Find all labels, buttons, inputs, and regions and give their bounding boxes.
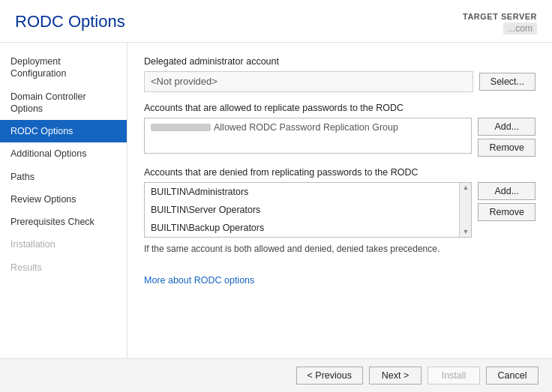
sidebar-item-review[interactable]: Review Options xyxy=(0,188,127,211)
denied-list-box: BUILTIN\Administrators BUILTIN\Server Op… xyxy=(144,182,472,238)
denied-remove-button[interactable]: Remove xyxy=(478,203,536,221)
allowed-list-wrap: Allowed RODC Password Replication Group xyxy=(144,118,472,154)
delegated-label: Delegated administrator account xyxy=(144,56,536,67)
sidebar-item-prereq[interactable]: Prerequisites Check xyxy=(0,211,127,233)
denied-list-wrap: BUILTIN\Administrators BUILTIN\Server Op… xyxy=(144,182,472,238)
allowed-remove-button[interactable]: Remove xyxy=(478,139,536,157)
target-server-label: TARGET SERVER xyxy=(463,12,537,21)
denied-btn-group: Add... Remove xyxy=(478,182,536,221)
header: RODC Options TARGET SERVER ...com xyxy=(0,0,552,43)
target-server-block: TARGET SERVER ...com xyxy=(463,12,537,34)
scroll-up-arrow[interactable]: ▲ xyxy=(462,184,469,191)
sidebar: Deployment Configuration Domain Controll… xyxy=(0,43,128,358)
install-button[interactable]: Install xyxy=(428,367,480,385)
footer: < Previous Next > Install Cancel xyxy=(0,358,552,392)
next-button[interactable]: Next > xyxy=(369,367,422,385)
sidebar-item-deployment[interactable]: Deployment Configuration xyxy=(0,50,127,85)
delegated-value: <Not provided> xyxy=(144,71,473,92)
allowed-item-text: Allowed RODC Password Replication Group xyxy=(214,122,398,133)
content-area: Delegated administrator account <Not pro… xyxy=(128,43,552,358)
blurred-prefix xyxy=(151,124,211,131)
list-item[interactable]: Allowed RODC Password Replication Group xyxy=(145,118,471,136)
body-row: Deployment Configuration Domain Controll… xyxy=(0,43,552,358)
allowed-btn-group: Add... Remove xyxy=(478,118,536,157)
page-title: RODC Options xyxy=(15,12,125,31)
main-container: RODC Options TARGET SERVER ...com Deploy… xyxy=(0,0,552,392)
previous-button[interactable]: < Previous xyxy=(296,367,363,385)
target-server-value: ...com xyxy=(503,22,537,34)
denied-add-button[interactable]: Add... xyxy=(478,182,536,200)
denied-label: Accounts that are denied from replicatin… xyxy=(144,167,536,178)
scrollbar[interactable]: ▲ ▼ xyxy=(459,183,471,237)
sidebar-item-installation: Installation xyxy=(0,233,127,256)
sidebar-item-paths[interactable]: Paths xyxy=(0,166,127,188)
allowed-section: Allowed RODC Password Replication Group … xyxy=(144,118,536,157)
list-item[interactable]: BUILTIN\Administrators xyxy=(145,183,459,201)
sidebar-item-results: Results xyxy=(0,256,127,279)
allowed-list-box: Allowed RODC Password Replication Group xyxy=(144,118,472,154)
info-text: If the same account is both allowed and … xyxy=(144,244,536,254)
cancel-button[interactable]: Cancel xyxy=(486,367,538,385)
delegated-row: <Not provided> Select... xyxy=(144,71,536,92)
list-item[interactable]: BUILTIN\Backup Operators xyxy=(145,219,459,237)
more-link[interactable]: More about RODC options xyxy=(144,275,254,286)
sidebar-item-additional[interactable]: Additional Options xyxy=(0,142,127,165)
allowed-add-button[interactable]: Add... xyxy=(478,118,536,136)
scroll-down-arrow[interactable]: ▼ xyxy=(462,229,469,235)
select-button[interactable]: Select... xyxy=(479,73,536,91)
sidebar-item-dc-options[interactable]: Domain Controller Options xyxy=(0,85,127,121)
sidebar-item-rodc-options[interactable]: RODC Options xyxy=(0,120,127,142)
denied-section: BUILTIN\Administrators BUILTIN\Server Op… xyxy=(144,182,536,238)
list-item[interactable]: BUILTIN\Server Operators xyxy=(145,201,459,219)
allowed-label: Accounts that are allowed to replicate p… xyxy=(144,103,536,113)
